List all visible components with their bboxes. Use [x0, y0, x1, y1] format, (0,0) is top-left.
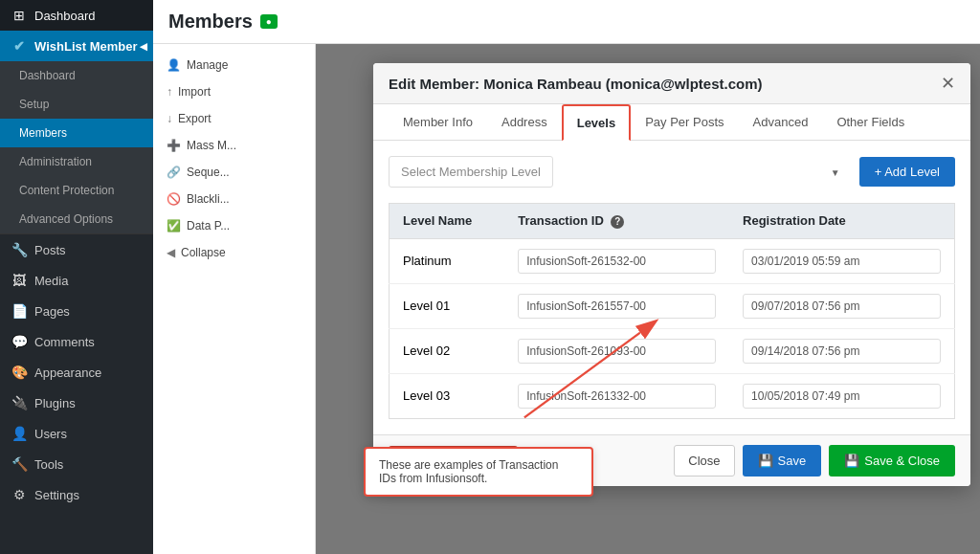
import-icon: ↑	[167, 85, 172, 99]
tab-pay-per-posts[interactable]: Pay Per Posts	[631, 104, 738, 141]
export-icon: ↓	[167, 112, 172, 125]
cell-registration-date	[729, 238, 954, 283]
table-body: Platinum Level 01 Level 02 Le	[390, 238, 955, 418]
transaction-id-input[interactable]	[518, 294, 716, 319]
level-select-row: Select Membership Level + Add Level	[389, 156, 955, 188]
save-button[interactable]: 💾 Save	[743, 445, 822, 476]
close-button[interactable]: Close	[674, 445, 734, 476]
main-content: Members ● 👤 Manage ↑ Import ↓ Export ➕ M…	[153, 0, 980, 554]
edit-member-modal: Edit Member: Monica Rambeau (monica@wlpt…	[373, 63, 970, 486]
sidebar-item-pages[interactable]: 📄 Pages	[0, 296, 153, 326]
users-icon: 👤	[11, 426, 27, 441]
membership-level-select[interactable]: Select Membership Level	[389, 156, 553, 188]
sidebar-item-setup[interactable]: Setup	[0, 90, 153, 119]
sidebar-item-administration[interactable]: Administration	[0, 147, 153, 176]
manage-icon: 👤	[167, 58, 181, 72]
table-row: Platinum	[390, 238, 955, 283]
sub-item-data-protection[interactable]: ✅ Data P...	[153, 212, 315, 239]
sidebar-item-plugins[interactable]: 🔌 Plugins	[0, 388, 153, 418]
sidebar-item-settings[interactable]: ⚙ Settings	[0, 479, 153, 510]
tab-advanced[interactable]: Advanced	[739, 104, 823, 141]
sidebar-item-comments[interactable]: 💬 Comments	[0, 326, 153, 357]
sidebar-item-content-protection[interactable]: Content Protection	[0, 176, 153, 205]
sidebar-item-wishlist[interactable]: ✔ WishList Member	[0, 31, 153, 61]
sub-item-mass[interactable]: ➕ Mass M...	[153, 132, 315, 159]
members-sub-sidebar: 👤 Manage ↑ Import ↓ Export ➕ Mass M... 🔗…	[153, 44, 316, 554]
registration-date-input[interactable]	[743, 384, 941, 409]
registration-date-input[interactable]	[743, 294, 941, 319]
sidebar-item-dashboard[interactable]: ⊞ Dashboard	[0, 0, 153, 31]
cell-registration-date	[729, 328, 954, 373]
dashboard-icon: ⊞	[11, 8, 27, 23]
modal-body: Select Membership Level + Add Level Leve…	[373, 141, 970, 434]
sidebar-item-appearance[interactable]: 🎨 Appearance	[0, 357, 153, 388]
page-area: Edit Member: Monica Rambeau (monica@wlpt…	[316, 44, 980, 554]
sidebar: ⊞ Dashboard ✔ WishList Member Dashboard …	[0, 0, 153, 554]
sidebar-item-advanced-options[interactable]: Advanced Options	[0, 205, 153, 233]
cell-transaction-id	[504, 373, 729, 418]
modal-tabs: Member Info Address Levels Pay Per Posts…	[373, 104, 970, 141]
pages-icon: 📄	[11, 303, 27, 319]
registration-date-input[interactable]	[743, 339, 941, 364]
sub-item-manage[interactable]: 👤 Manage	[153, 52, 315, 78]
sub-item-export[interactable]: ↓ Export	[153, 105, 315, 132]
mass-icon: ➕	[167, 139, 181, 152]
membership-level-select-wrapper: Select Membership Level	[389, 156, 850, 188]
sub-item-collapse[interactable]: ◀ Collapse	[153, 239, 315, 266]
modal-close-button[interactable]: ✕	[941, 75, 955, 92]
cell-transaction-id	[504, 283, 729, 328]
modal-title: Edit Member: Monica Rambeau (monica@wlpt…	[389, 76, 763, 92]
plugins-icon: 🔌	[11, 395, 27, 410]
transaction-id-input[interactable]	[518, 339, 716, 364]
save-close-button[interactable]: 💾 Save & Close	[829, 445, 955, 476]
tools-icon: 🔨	[11, 456, 27, 472]
sub-item-sequence[interactable]: 🔗 Seque...	[153, 159, 315, 186]
settings-icon: ⚙	[11, 487, 27, 502]
posts-icon: 🔧	[11, 242, 27, 257]
check-icon: ✔	[11, 38, 27, 54]
sidebar-item-users[interactable]: 👤 Users	[0, 418, 153, 449]
transaction-id-callout: These are examples of Transaction IDs fr…	[364, 447, 593, 497]
sidebar-item-tools[interactable]: 🔨 Tools	[0, 449, 153, 479]
sidebar-item-members[interactable]: Members	[0, 119, 153, 147]
table-row: Level 02	[390, 328, 955, 373]
modal-header: Edit Member: Monica Rambeau (monica@wlpt…	[373, 63, 970, 104]
save-close-icon: 💾	[844, 454, 859, 468]
comments-icon: 💬	[11, 334, 27, 349]
save-icon: 💾	[758, 454, 773, 468]
table-row: Level 01	[390, 283, 955, 328]
sidebar-item-posts[interactable]: 🔧 Posts	[0, 234, 153, 265]
members-badge: ●	[260, 14, 278, 29]
wishlist-submenu: Dashboard Setup Members Administration C…	[0, 61, 153, 233]
column-registration-date: Registration Date	[729, 204, 954, 239]
sub-item-blacklist[interactable]: 🚫 Blackli...	[153, 186, 315, 212]
column-level-name: Level Name	[390, 204, 505, 239]
transaction-id-input[interactable]	[518, 249, 716, 274]
sidebar-main-items: 🔧 Posts 🖼 Media 📄 Pages 💬 Comments 🎨 App…	[0, 233, 153, 510]
footer-right: Close 💾 Save 💾 Save & Close	[674, 445, 955, 476]
data-protection-icon: ✅	[167, 219, 181, 233]
add-level-button[interactable]: + Add Level	[859, 157, 955, 187]
tab-member-info[interactable]: Member Info	[389, 104, 487, 141]
table-row: Level 03	[390, 373, 955, 418]
cell-transaction-id	[504, 328, 729, 373]
cell-transaction-id	[504, 238, 729, 283]
tab-levels[interactable]: Levels	[562, 104, 631, 141]
top-bar: Members ●	[153, 0, 980, 44]
registration-date-input[interactable]	[743, 249, 941, 274]
transaction-id-help-icon[interactable]: ?	[611, 215, 624, 229]
transaction-id-input[interactable]	[518, 384, 716, 409]
column-transaction-id: Transaction ID ?	[504, 204, 729, 239]
sub-item-import[interactable]: ↑ Import	[153, 78, 315, 105]
inner-content: 👤 Manage ↑ Import ↓ Export ➕ Mass M... 🔗…	[153, 44, 980, 554]
page-title: Members	[168, 11, 253, 33]
cell-registration-date	[729, 283, 954, 328]
media-icon: 🖼	[11, 273, 27, 288]
tab-other-fields[interactable]: Other Fields	[822, 104, 919, 141]
cell-level-name: Level 03	[390, 373, 505, 418]
appearance-icon: 🎨	[11, 365, 27, 380]
sidebar-item-media[interactable]: 🖼 Media	[0, 265, 153, 296]
sidebar-item-wl-dashboard[interactable]: Dashboard	[0, 61, 153, 90]
tab-address[interactable]: Address	[487, 104, 562, 141]
sequence-icon: 🔗	[167, 166, 181, 179]
